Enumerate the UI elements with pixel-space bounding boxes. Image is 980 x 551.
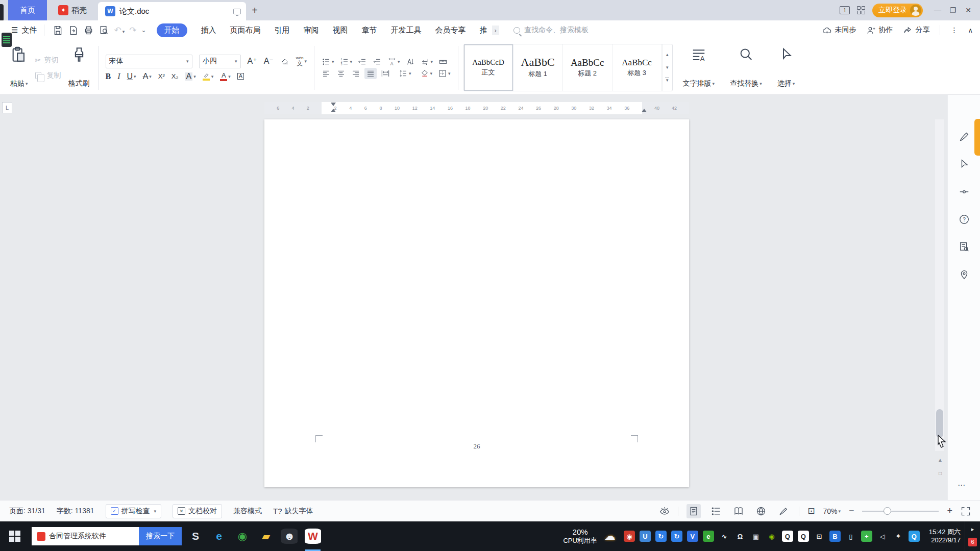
zoom-out-button[interactable]: − [849,506,854,516]
align-left-button[interactable] [322,69,331,78]
green-cross-icon[interactable]: + [861,531,872,542]
start-button[interactable] [0,521,30,551]
italic-button[interactable]: I [117,72,120,81]
print-icon[interactable] [83,25,94,36]
spell-check-button[interactable]: ✓ 拼写检查 ▾ [106,504,162,518]
page-view-icon[interactable] [687,504,701,518]
bold-button[interactable]: B [106,72,111,81]
qq-penguin-icon[interactable]: Q [782,531,793,542]
select-tool-icon[interactable] [957,157,971,171]
font-size-select[interactable]: 小四 ▾ [199,55,241,68]
tab-references[interactable]: 引用 [275,26,290,35]
ime-wave-icon[interactable]: ∿ [719,531,730,542]
explorer-folder-icon[interactable]: ▰ [254,521,278,551]
highlight-button[interactable]: ▾ [203,72,214,81]
tab-document[interactable]: W 论文.doc [98,2,246,20]
command-search-input[interactable]: 查找命令、搜索模板 [513,26,589,35]
usb-drive-icon[interactable]: ▯ [845,531,856,542]
tab-dev-tools[interactable]: 开发工具 [391,26,422,35]
browse-object-button[interactable]: □ [936,470,944,476]
format-painter-button[interactable]: 格式刷 [65,43,93,92]
cut-button[interactable]: ✂ 剪切 [35,56,61,65]
wrap-marks-button[interactable]: ▾ [421,58,433,66]
more-menu-icon[interactable]: ⋮ [950,26,958,34]
speaker-icon[interactable]: ◁ [877,531,888,542]
missing-font-button[interactable]: T? 缺失字体 [273,507,313,516]
window-count-icon[interactable]: 1 [840,6,850,14]
wps-writer-icon[interactable]: W [301,521,325,551]
char-scale-button[interactable]: A▾ [387,58,400,66]
bell-icon[interactable]: Ω [734,531,746,542]
subscript-button[interactable]: X₂ [172,73,179,80]
justify-button[interactable] [364,68,377,79]
taskbar-search-widget[interactable]: 合同管理系统软件 搜索一下 [32,527,182,545]
fit-page-icon[interactable]: ⊡ [807,506,815,516]
login-button[interactable]: 立即登录 [872,4,923,17]
minimize-button[interactable]: — [930,6,945,14]
tab-review[interactable]: 审阅 [304,26,319,35]
qq-browser-icon[interactable]: Q [909,531,920,542]
adjust-slider-icon[interactable] [957,185,971,199]
clear-format-eraser-icon[interactable] [280,57,289,65]
collapse-ribbon-icon[interactable]: ∧ [968,27,973,34]
print-preview-icon[interactable] [99,25,109,36]
display-switch-icon[interactable]: ⌖ [893,531,904,542]
close-button[interactable]: ✕ [961,6,976,14]
char-shading-button[interactable]: A▾ [185,72,196,81]
tray-flyout-icon[interactable]: ▸ [971,526,974,533]
copy-button[interactable]: 复制 [35,71,61,80]
customize-qat-icon[interactable]: ⌄ [141,27,146,34]
cpu-meter[interactable]: 20% CPU利用率 [563,528,597,545]
tab-promoted[interactable]: 推 [480,26,487,35]
location-pin-icon[interactable] [957,267,971,282]
sync-cloud-icon[interactable]: ↻ [655,531,667,542]
superscript-button[interactable]: X² [158,73,165,80]
display-cast-icon[interactable]: ⊡ [814,531,825,542]
zoom-slider-knob[interactable] [884,507,891,515]
find-replace-button[interactable]: 查找替换▾ [725,43,767,92]
hanging-indent-marker[interactable] [331,109,336,112]
web-view-icon[interactable] [754,504,768,518]
increase-font-button[interactable]: A⁺ [248,57,257,65]
word-count[interactable]: 字数: 11381 [57,507,94,516]
export-pdf-icon[interactable] [68,25,79,36]
shield-guard-icon[interactable]: V [687,531,698,542]
zoom-slider[interactable] [862,511,939,512]
undo-icon[interactable]: ↶▾ [114,25,125,36]
cast-monitor-icon[interactable] [233,9,241,14]
bluetooth-icon[interactable]: B [829,531,841,542]
qq-penguin-icon-2[interactable]: Q [798,531,809,542]
decrease-indent-button[interactable] [358,58,367,66]
dark-app-icon[interactable]: ☻ [278,521,301,551]
tab-view[interactable]: 视图 [333,26,348,35]
tab-start[interactable]: 开始 [157,23,187,37]
file-menu[interactable]: ☰ 文件 [11,26,37,35]
share-button[interactable]: 分享 [903,26,929,35]
styles-more-icon[interactable]: ▼ [665,78,669,83]
char-border-button[interactable]: A [237,73,244,80]
fullscreen-icon[interactable] [961,506,971,516]
gpu-card-icon[interactable]: ▣ [750,531,762,542]
style-heading3[interactable]: AaBbCc 标题 3 [612,44,662,91]
bullet-list-button[interactable]: ▾ [322,58,334,66]
strikethrough-button[interactable]: A▾ [143,72,152,81]
tabs-overflow-icon[interactable]: › [492,26,499,35]
eye-protect-icon[interactable] [659,506,670,516]
outline-view-icon[interactable] [709,504,723,518]
more-tools-icon[interactable]: ⋯ [958,481,966,490]
text-layout-button[interactable]: A 文字排版▾ [678,43,720,92]
green-e-icon[interactable]: e [703,531,714,542]
numbered-list-button[interactable]: 123▾ [340,58,353,66]
maximize-button[interactable]: ❐ [945,6,961,14]
vertical-scrollbar-thumb[interactable] [936,409,943,438]
style-heading2[interactable]: AaBbCc 标题 2 [563,44,612,91]
workspace-grid-icon[interactable] [857,6,865,14]
read-view-icon[interactable] [731,504,746,518]
style-normal[interactable]: AaBbCcD 正文 [464,44,513,91]
edge-browser-icon[interactable]: e [207,521,231,551]
zoom-value-button[interactable]: 70% ▾ [823,507,841,515]
weather-icon[interactable]: ☁ [604,530,616,543]
sync-status-button[interactable]: 未同步 [822,26,856,35]
notification-badge[interactable]: 6 [968,538,977,546]
align-center-button[interactable] [336,69,346,78]
